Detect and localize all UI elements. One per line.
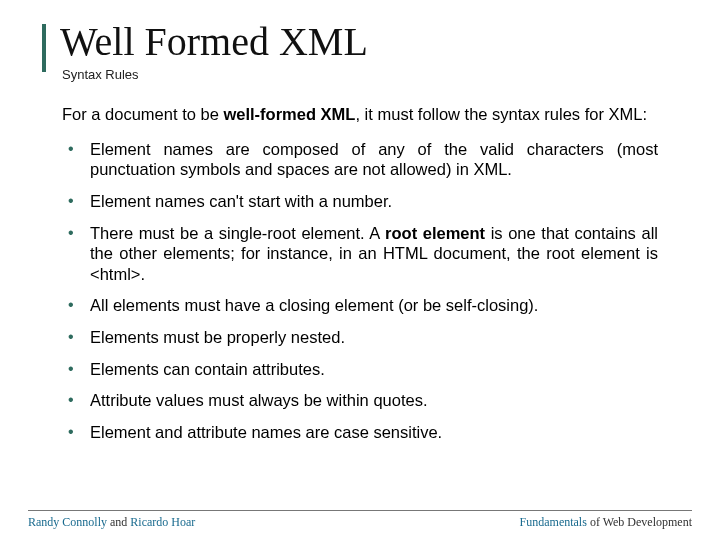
footer-right: Fundamentals of Web Development — [520, 515, 692, 530]
footer: Randy Connolly and Ricardo Hoar Fundamen… — [0, 510, 720, 530]
footer-divider — [28, 510, 692, 511]
book-title-link: Fundamentals — [520, 515, 587, 529]
accent-bar — [42, 24, 46, 72]
rule-text: Attribute values must always be within q… — [90, 391, 428, 409]
list-item: Element names are composed of any of the… — [62, 139, 658, 180]
list-item: All elements must have a closing element… — [62, 295, 658, 316]
list-item: Element and attribute names are case sen… — [62, 422, 658, 443]
rule-text: Element and attribute names are case sen… — [90, 423, 442, 441]
rule-text: All elements must have a closing element… — [90, 296, 538, 314]
rule-text: Elements must be properly nested. — [90, 328, 345, 346]
author-link-1: Randy Connolly — [28, 515, 107, 529]
rules-list: Element names are composed of any of the… — [62, 139, 658, 443]
rule-bold: root element — [385, 224, 485, 242]
slide-title: Well Formed XML — [60, 18, 668, 65]
intro-paragraph: For a document to be well-formed XML, it… — [62, 104, 658, 125]
list-item: Elements can contain attributes. — [62, 359, 658, 380]
rule-pre: There must be a single-root element. A — [90, 224, 385, 242]
rule-text: Element names are composed of any of the… — [90, 140, 658, 179]
author-link-2: Ricardo Hoar — [130, 515, 195, 529]
list-item: Elements must be properly nested. — [62, 327, 658, 348]
footer-and: and — [107, 515, 130, 529]
list-item: There must be a single-root element. A r… — [62, 223, 658, 285]
footer-left: Randy Connolly and Ricardo Hoar — [28, 515, 195, 530]
rule-text: Elements can contain attributes. — [90, 360, 325, 378]
intro-post: , it must follow the syntax rules for XM… — [355, 105, 647, 123]
slide: Well Formed XML Syntax Rules For a docum… — [0, 0, 720, 540]
book-title-rest: of Web Development — [587, 515, 692, 529]
intro-pre: For a document to be — [62, 105, 223, 123]
list-item: Element names can't start with a number. — [62, 191, 658, 212]
rule-text: Element names can't start with a number. — [90, 192, 392, 210]
slide-subtitle: Syntax Rules — [62, 67, 668, 82]
footer-row: Randy Connolly and Ricardo Hoar Fundamen… — [28, 515, 692, 530]
intro-bold: well-formed XML — [223, 105, 355, 123]
list-item: Attribute values must always be within q… — [62, 390, 658, 411]
